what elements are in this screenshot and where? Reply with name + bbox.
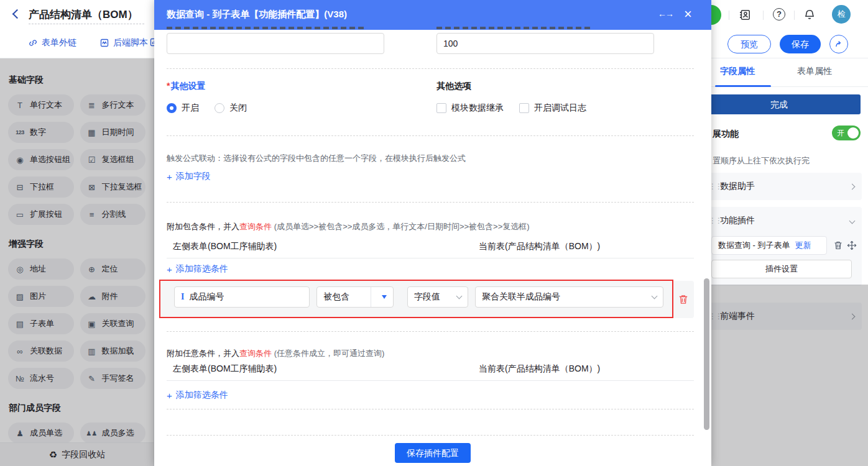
title-edit-underline [29,24,144,24]
card-header[interactable]: ⋮⋮ 功能插件 [701,207,862,234]
toggle-knob [847,127,859,139]
left-form-label: 左侧表单(BOM工序辅助表) [173,241,277,252]
current-form-label: 当前表(产品结构清单（BOM）) [479,363,600,375]
card-data-assistant: ⋮⋮ 数据助手 [701,173,862,200]
radio-unselected-icon [215,103,224,113]
other-settings-label: *其他设置 [167,81,205,92]
backend-script-button[interactable]: 后端脚本 [99,37,148,48]
toolbar-item-label: 表单外链 [42,37,76,48]
condition-value-type-select[interactable]: 字段值 [407,286,468,308]
share-arrow-icon [834,39,844,49]
plugin-delete-button[interactable] [833,240,843,250]
triangle-down-icon [382,295,387,299]
done-button[interactable]: 完成 [698,94,861,114]
chevron-down-icon [652,293,658,299]
form-external-link-button[interactable]: 表单外链 [28,37,76,48]
radio-selected-icon [167,103,177,113]
resize-arrows-icon[interactable]: ←→ [658,9,673,19]
trash-icon [833,240,843,250]
plugin-settings-button[interactable]: 插件设置 [711,260,852,278]
script-icon [99,38,109,48]
checkbox-debug-log[interactable]: 开启调试日志 [519,103,586,114]
clipped-label-fragment [436,27,593,29]
divider [794,11,795,20]
notification-bell-icon[interactable] [803,9,816,21]
add-filter-condition-link[interactable]: + 添加筛选条件 [167,390,228,401]
left-form-label: 左侧表单(BOM工序辅助表) [173,363,277,375]
add-field-link[interactable]: + 添加字段 [167,171,211,182]
plugin-update-link[interactable]: 更新 [795,240,811,251]
properties-tabs: 字段属性 表单属性 [696,58,868,87]
active-tab-underline [715,85,771,87]
preview-button[interactable]: 预览 [727,35,771,53]
dashed-divider [167,202,694,203]
toolbar-item-label: 后端脚本 [113,37,148,48]
dashed-divider [167,331,694,332]
clipped-label-fragment [167,27,366,29]
close-icon[interactable]: × [684,6,692,23]
query-condition-link[interactable]: 查询条件 [239,349,272,358]
page-title: 产品结构清单（BOM） [29,7,138,22]
save-button[interactable]: 保存 [780,35,821,53]
checkbox-icon [519,103,529,113]
plugin-name: 数据查询 - 到子表单 [718,240,790,251]
radio-enable[interactable]: 开启 [167,103,199,114]
condition-field-input[interactable]: I 成品编号 [174,286,310,308]
plugin-move-button[interactable] [847,240,857,250]
tab-field-properties[interactable]: 字段属性 [720,66,755,77]
plugin-config-modal: 数据查询 - 到子表单【功能插件配置】(V38) ←→ × *其他设置 其他选项… [154,0,711,466]
extension-toggle[interactable]: 开 [832,126,861,140]
query-source-input[interactable] [167,33,384,54]
query-limit-input[interactable] [436,33,654,54]
modal-header[interactable]: 数据查询 - 到子表单【功能插件配置】(V38) ←→ × [154,0,711,30]
include-condition-intro: 附加包含条件，并入查询条件 (成员单选>>被包含>>成员多选，单行文本/日期时间… [167,221,530,232]
contact-book-icon[interactable] [739,9,751,21]
condition-value-select[interactable]: 聚合关联半成品编号 [475,286,663,308]
execution-order-hint: 置顺序从上往下依次执行完 [713,155,810,167]
move-icon [847,240,857,250]
delete-condition-button[interactable] [678,294,689,305]
add-filter-condition-link[interactable]: + 添加筛选条件 [167,263,228,275]
divider [167,258,694,258]
checkbox-module-inherit[interactable]: 模块数据继承 [436,103,504,114]
modal-mask-right [696,285,868,466]
dashed-divider [167,135,694,136]
modal-scrollbar-thumb[interactable] [704,278,709,430]
condition-operator-select[interactable]: 被包含 [316,286,394,308]
plus-icon: + [167,171,172,182]
tab-form-properties[interactable]: 表单属性 [797,66,832,77]
checkbox-icon [436,103,446,113]
card-header[interactable]: ⋮⋮ 数据助手 [701,173,862,200]
dashed-divider [167,68,694,69]
chevron-down-icon [456,293,463,299]
formula-trigger-hint: 触发公式联动：选择设有公式的字段中包含的任意一个字段，在模块执行后触发公式 [167,153,466,164]
radio-disable[interactable]: 关闭 [215,103,247,114]
save-plugin-config-button[interactable]: 保存插件配置 [395,443,471,463]
chevron-right-icon [849,183,856,190]
app-root: 产品结构清单（BOM） ? 检 表单外链 后端脚本 预览 保存 [0,0,868,466]
user-avatar[interactable]: 检 [832,5,851,24]
modal-mask-left [0,58,154,466]
query-condition-link[interactable]: 查询条件 [239,222,272,231]
plugin-name-box[interactable]: 数据查询 - 到子表单 更新 [711,236,827,255]
plus-icon: + [167,264,172,275]
modal-title: 数据查询 - 到子表单【功能插件配置】(V38) [167,9,347,21]
back-icon[interactable] [12,9,22,19]
card-function-plugin: ⋮⋮ 功能插件 数据查询 - 到子表单 更新 插件设置 [701,207,862,286]
other-options-label: 其他选项 [436,81,471,92]
toggle-on-label: 开 [837,128,844,139]
share-button[interactable] [829,35,848,53]
text-field-icon: I [181,292,184,302]
divider [167,380,694,381]
dashed-divider [167,435,694,436]
link-icon [28,38,38,48]
chevron-down-icon [849,217,856,224]
any-condition-intro: 附加任意条件，并入查询条件 (任意条件成立，即可通过查询) [167,348,384,359]
trash-icon [678,294,689,305]
filter-condition-row: I 成品编号 被包含 字段值 聚合关联半成品编号 [160,281,694,318]
divider [763,11,764,20]
divider [371,287,371,307]
dashed-divider [167,409,694,409]
help-icon[interactable]: ? [773,8,785,21]
required-asterisk: * [167,81,170,91]
